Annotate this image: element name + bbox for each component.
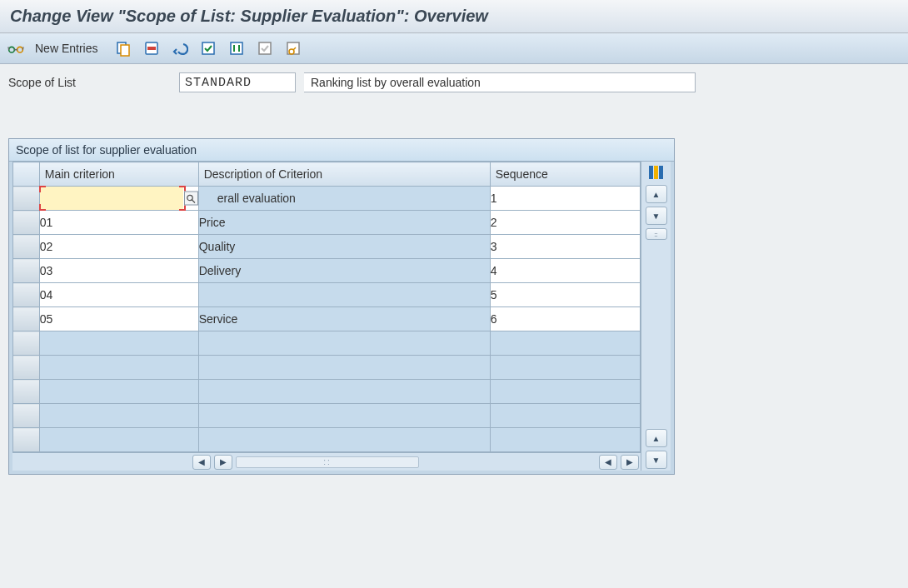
main-criterion-cell[interactable]: 04 bbox=[39, 283, 198, 307]
table-row-empty bbox=[13, 404, 641, 428]
table-row-empty bbox=[13, 428, 641, 452]
row-selector[interactable] bbox=[13, 211, 40, 235]
app-toolbar: New Entries bbox=[0, 33, 908, 64]
titlebar: Change View "Scope of List: Supplier Eva… bbox=[0, 0, 908, 33]
description-cell[interactable]: Price bbox=[198, 211, 490, 235]
sequence-cell[interactable]: 5 bbox=[490, 283, 640, 307]
scroll-right-end-icon[interactable]: ▶ bbox=[621, 455, 639, 470]
select-all-icon[interactable] bbox=[197, 38, 219, 58]
table-row: 01 Price 2 bbox=[13, 211, 641, 235]
table-row: 04 5 bbox=[13, 283, 641, 307]
svg-point-0 bbox=[9, 47, 15, 52]
undo-icon[interactable] bbox=[169, 38, 191, 58]
select-all-rows-header[interactable] bbox=[13, 162, 40, 187]
row-selector[interactable] bbox=[13, 356, 40, 380]
criteria-table: Main criterion Description of Criterion … bbox=[12, 162, 641, 452]
scroll-page-up-icon[interactable]: ▲ bbox=[646, 429, 667, 447]
new-entries-button[interactable]: New Entries bbox=[33, 42, 106, 55]
svg-rect-14 bbox=[659, 166, 663, 179]
vscroll-grip-icon[interactable]: :: bbox=[646, 228, 667, 240]
svg-rect-12 bbox=[649, 166, 653, 179]
table-row-empty bbox=[13, 331, 641, 356]
table-row: erall evaluation 1 bbox=[13, 187, 641, 211]
description-cell[interactable]: Service bbox=[198, 307, 490, 331]
col-header-main-criterion[interactable]: Main criterion bbox=[39, 162, 198, 187]
scroll-left-icon[interactable]: ◀ bbox=[192, 455, 211, 470]
vertical-scrollbar: ▲ ▼ :: ▲ ▼ bbox=[641, 162, 671, 471]
select-block-icon[interactable] bbox=[226, 38, 247, 58]
main-criterion-cell[interactable]: 02 bbox=[39, 235, 198, 259]
glasses-icon[interactable] bbox=[5, 38, 27, 58]
col-header-sequence[interactable]: Sequence bbox=[490, 162, 640, 187]
row-selector[interactable] bbox=[13, 235, 40, 259]
supplier-evaluation-panel: Scope of list for supplier evaluation Ma… bbox=[8, 138, 675, 475]
scope-of-list-label: Scope of List bbox=[8, 76, 171, 89]
table-row: 03 Delivery 4 bbox=[13, 259, 641, 283]
description-cell[interactable] bbox=[198, 283, 490, 307]
sequence-cell[interactable]: 2 bbox=[490, 211, 640, 235]
sequence-cell[interactable]: 3 bbox=[490, 235, 640, 259]
main-criterion-cell[interactable]: 03 bbox=[39, 259, 198, 283]
scroll-down-icon[interactable]: ▼ bbox=[646, 207, 667, 225]
description-cell[interactable]: erall evaluation bbox=[198, 187, 490, 211]
table-row: 02 Quality 3 bbox=[13, 235, 641, 259]
svg-rect-5 bbox=[147, 47, 156, 50]
row-selector[interactable] bbox=[13, 307, 40, 331]
row-selector[interactable] bbox=[13, 331, 40, 356]
deselect-all-icon[interactable] bbox=[254, 38, 276, 58]
main-criterion-cell[interactable]: 05 bbox=[39, 307, 198, 331]
sequence-cell[interactable]: 4 bbox=[490, 259, 640, 283]
row-selector[interactable] bbox=[13, 187, 40, 211]
delete-icon[interactable] bbox=[141, 38, 162, 58]
table-row-empty bbox=[13, 356, 641, 380]
svg-rect-7 bbox=[231, 42, 242, 54]
main-criterion-cell[interactable] bbox=[39, 187, 198, 211]
scroll-up-icon[interactable]: ▲ bbox=[646, 185, 667, 203]
svg-point-1 bbox=[17, 47, 23, 52]
hscroll-track[interactable] bbox=[236, 456, 419, 468]
svg-point-11 bbox=[187, 195, 192, 200]
row-selector[interactable] bbox=[13, 380, 40, 404]
main-criterion-cell[interactable]: 01 bbox=[39, 211, 198, 235]
svg-rect-13 bbox=[654, 166, 658, 179]
row-selector[interactable] bbox=[13, 283, 40, 307]
scope-of-list-description: Ranking list by overall evaluation bbox=[304, 72, 696, 92]
description-cell[interactable]: Delivery bbox=[198, 259, 490, 283]
sequence-cell[interactable]: 6 bbox=[490, 307, 640, 331]
sequence-cell[interactable]: 1 bbox=[490, 187, 640, 211]
horizontal-scrollbar: ◀ ▶ ◀ ▶ bbox=[12, 452, 641, 471]
page-title: Change View "Scope of List: Supplier Eva… bbox=[10, 7, 898, 26]
description-cell[interactable]: Quality bbox=[198, 235, 490, 259]
col-header-description[interactable]: Description of Criterion bbox=[198, 162, 490, 187]
table-row: 05 Service 6 bbox=[13, 307, 641, 331]
row-selector[interactable] bbox=[13, 404, 40, 428]
row-selector[interactable] bbox=[13, 428, 40, 452]
configuration-icon[interactable] bbox=[282, 38, 304, 58]
panel-title: Scope of list for supplier evaluation bbox=[9, 139, 674, 162]
scroll-page-down-icon[interactable]: ▼ bbox=[646, 451, 667, 469]
row-selector[interactable] bbox=[13, 259, 40, 283]
svg-rect-6 bbox=[202, 42, 214, 54]
copy-icon[interactable] bbox=[112, 38, 134, 58]
search-help-icon[interactable] bbox=[184, 192, 198, 206]
scroll-left-end-icon[interactable]: ◀ bbox=[599, 455, 617, 470]
table-row-empty bbox=[13, 380, 641, 404]
svg-rect-8 bbox=[259, 42, 271, 54]
scope-of-list-value: STANDARD bbox=[179, 72, 296, 92]
svg-rect-3 bbox=[121, 45, 129, 56]
table-settings-icon[interactable] bbox=[646, 163, 667, 182]
scroll-right-icon[interactable]: ▶ bbox=[214, 455, 232, 470]
main-criterion-input[interactable] bbox=[40, 187, 183, 210]
